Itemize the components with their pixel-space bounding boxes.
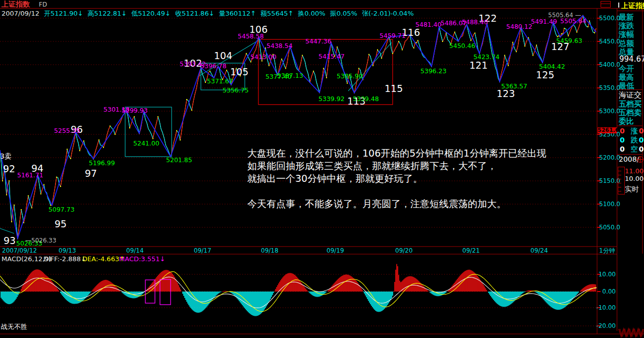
extreme-price-label: —5026.33 [25,237,57,244]
macd-panel [0,264,597,316]
macd-axis-label: -10.00 [596,305,616,311]
macd-axis-label: 0.00 [602,288,616,295]
slogan-text: 战无不胜 [1,322,27,331]
period-label[interactable]: 1分钟 [599,248,615,254]
extreme-price-label: 5505.64 — [548,12,581,19]
macd-axis-label: 10.00 [599,271,616,278]
low-price-label: 5404.42 [539,63,565,70]
high-price-label: 5299.93 [122,107,148,114]
volume-value: 994.67 [619,56,644,64]
pivot-number-label: 92 [3,164,15,174]
annotation-line: 大盘现在，没什么可说的，106开始的5分钟中枢的1分钟离开已经出现 [247,147,580,160]
pivot-number-label: 97 [85,169,97,179]
date-label: 09/14 [126,248,144,254]
pivot-number-label: 123 [497,89,515,99]
updown-value: 0 [639,136,644,144]
last-price-tag: 5261.6 [598,127,617,133]
scale-ruler-icon [618,167,625,195]
macd-header-field: DIFF:-2.888↓ [43,255,86,263]
high-price-label: 5447.36 [305,38,332,44]
updown-value: 0 [639,145,644,153]
updown-value: 空 [631,145,638,153]
date-label: 09/21 [462,248,480,254]
low-price-label: 5201.85 [166,157,192,163]
sidebar-title[interactable]: 上证指数 [621,2,644,11]
date-label: 09/19 [327,248,344,254]
scale-value: 11.00 [625,168,643,175]
pivot-number-label: 105 [230,67,248,77]
annotation-line: 就搞出一个30分钟中枢，那就更好玩了。 [247,172,580,185]
high-price-label: 5255.35 [54,127,80,134]
low-price-label: 5371.67 [207,78,233,84]
date-label: 09/24 [530,248,548,254]
high-price-label: 5459.71 [380,32,406,39]
pivot-number-label: 121 [469,61,488,71]
sidebar-item-五档卖[interactable]: 五档卖 [619,109,641,117]
date-label: 09/20 [395,248,413,254]
low-price-label: 5339.48 [353,95,379,102]
updown-value: 0 [620,145,625,153]
pivot-number-label: 115 [385,84,403,94]
high-price-label: 5396.78 [200,63,227,69]
pivot-number-label: 93 [4,236,16,246]
high-price-label: 5458.58 [238,33,264,39]
sidebar-field-今开[interactable]: 今开 [619,65,634,73]
sidebar-field-最低[interactable]: 最低 [619,82,634,90]
low-price-label: 5450.46 [449,42,475,49]
cursor-bar [618,3,619,8]
low-price-label: 5339.92 [318,95,345,102]
scale-value: 10.00 [625,175,643,182]
macd-header-field: DEA:-4.663↑ [82,255,125,263]
updown-value: 0 [620,136,625,144]
date-label: 09/13 [59,248,76,254]
sidebar-field-涨跌[interactable]: 涨跌 [619,22,634,30]
low-price-label: 5396.23 [420,68,447,74]
annotation-line [247,185,580,198]
annotation-line: 如果能回抽形成第三类买点，那就继续折腾下去，大不了， [247,160,580,172]
low-price-label: 5356.75 [223,87,249,93]
macd-axis-label: -20.00 [596,323,616,329]
high-price-label: 5161.71 [17,172,43,178]
high-price-label: 5413.00 [250,54,277,60]
pivot-number-label: 95 [55,219,67,229]
updown-row: 0涨0 [620,127,644,135]
high-price-label: 5415.47 [318,53,345,60]
high-price-label: 5480.12 [506,23,532,30]
updown-value: 0 [639,127,644,135]
updown-row: 0跌0 [620,136,644,144]
macd-header-field: MACD:3.551↓ [119,255,165,263]
date-label: 2007/09/12 [2,248,37,254]
app-window: 上证指数 FD 2007/09/12开5121.90↓高5122.81↓低512… [0,0,644,338]
date-label: 09/18 [261,248,279,254]
updown-row: 0空0 [620,146,644,153]
sidebar-field-涨幅[interactable]: 涨幅 [619,31,634,39]
realtime-label[interactable]: 实时 [625,185,639,193]
quote-sidebar: 上证指数 最新涨跌涨幅总额总量今开最高最低五档买五档卖委比0涨00跌00空0 9… [617,0,644,338]
pivot-number-label: 104 [214,51,232,61]
sidebar-field-最新[interactable]: 最新 [619,14,634,22]
sidebar-item-委比[interactable]: 委比 [619,118,634,126]
corner-icon[interactable] [601,1,611,8]
low-price-label: 5423.74 [473,54,500,60]
low-price-label: 5363.57 [501,83,527,89]
sidebar-field-最高[interactable]: 最高 [619,74,634,82]
updown-value: 跌 [631,136,638,144]
pivot-number-label: 125 [536,70,554,80]
sidebar-field-总额[interactable]: 总额 [619,40,634,48]
high-price-label: 5481.40 [415,21,442,28]
date-label: 09/17 [194,248,211,254]
high-price-label: 5491.49 [531,18,557,25]
analysis-annotation: 大盘现在，没什么可说的，106开始的5分钟中枢的1分钟离开已经出现如果能回抽形成… [247,147,580,210]
low-price-label: 5241.00 [133,140,159,147]
exchange-label[interactable]: 海证交 [619,91,641,100]
updown-value: 涨 [631,127,638,135]
low-price-label: 5385.90 [337,73,363,79]
year-label: 2008/ [619,156,639,163]
sell-point-marker: 3卖 [0,153,12,160]
calendar-icon[interactable] [637,156,643,163]
low-price-label: 5196.99 [89,160,115,166]
high-price-label: 5438.54 [266,42,293,49]
sidebar-item-五档买[interactable]: 五档买 [619,101,641,109]
low-price-label: 5097.73 [48,206,75,213]
low-price-label: 5459.63 [556,37,582,44]
